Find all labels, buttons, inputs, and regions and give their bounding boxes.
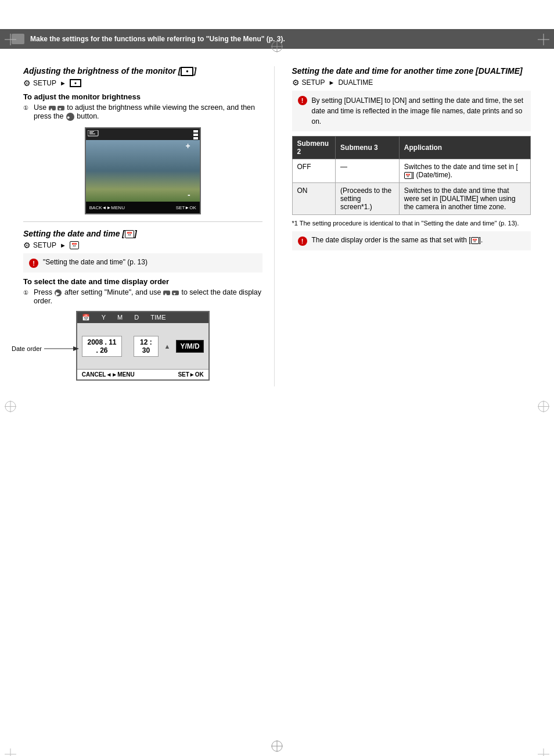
dualtime-info-text: By setting [DUALTIME] to [ON] and settin… xyxy=(312,95,526,127)
datetime-section: Setting the date and time [📅] ⚙ SETUP ► … xyxy=(23,229,262,381)
corner-reg-bl xyxy=(5,748,16,756)
row2-col3: Switches to the date and time that were … xyxy=(399,183,530,215)
row1-col3: Switches to the date and time set in [📅]… xyxy=(399,159,530,183)
svg-text:▲: ▲ xyxy=(164,292,168,296)
brightness-setup-arrow: ► xyxy=(60,80,66,87)
camera-screen-bottom-bar: BACK◄►MENU SET►OK xyxy=(86,202,200,213)
main-content: Adjusting the brightness of the monitor … xyxy=(0,49,554,398)
camera-screen-container: BACK◄►MENU SET►OK + - xyxy=(23,127,262,214)
left-column: Adjusting the brightness of the monitor … xyxy=(23,66,275,386)
calendar-icon-small: 📅 xyxy=(70,241,79,249)
step1-number: ① xyxy=(23,103,31,121)
dualtime-info-icon: ! xyxy=(298,96,307,105)
svg-text:●: ● xyxy=(67,114,70,120)
row2-col2: (Proceeds to the setting screen*1.) xyxy=(336,183,400,215)
step2-text: Press ▶ after setting "Minute", and use … xyxy=(34,288,262,305)
table-row: ON (Proceeds to the setting screen*1.) S… xyxy=(292,183,531,215)
dt-d-label: D xyxy=(134,314,139,321)
setup-gear-icon: ⚙ xyxy=(23,78,31,88)
dt-arrow-up: ▲ xyxy=(164,343,171,350)
row1-col2: — xyxy=(336,159,400,183)
brightness-section: Adjusting the brightness of the monitor … xyxy=(23,66,262,214)
dualtime-footnote1: *1 The setting procedure is identical to… xyxy=(292,220,531,227)
datetime-setup-arrow: ► xyxy=(60,242,66,249)
svg-marker-34 xyxy=(73,346,79,351)
press-word: Press xyxy=(34,288,52,296)
dt-values-row: 2008 . 11 . 26 12 : 30 ▲ Y/M/D xyxy=(77,323,208,369)
section-divider xyxy=(23,221,262,222)
plus-indicator: + xyxy=(186,141,190,151)
svg-rect-25 xyxy=(89,132,93,133)
dualtime-arrow: ► xyxy=(329,79,335,86)
dt-date-value: 2008 . 11 . 26 xyxy=(82,336,123,357)
svg-text:▼: ▼ xyxy=(58,107,62,111)
table-row: OFF — Switches to the date and time set … xyxy=(292,159,531,183)
date-order-label: Date order xyxy=(12,345,42,352)
dualtime-setup-suffix: DUALTIME xyxy=(338,78,373,87)
brightness-setup-line: ⚙ SETUP ► ● xyxy=(23,78,262,88)
dt-set: SET►OK xyxy=(178,371,203,378)
dt-footer: CANCEL◄►MENU SET►OK xyxy=(77,369,208,379)
dt-m-label: M xyxy=(117,314,123,321)
corner-reg-tr xyxy=(538,34,549,47)
screen-set-label: SET►OK xyxy=(176,205,196,210)
page: Make the settings for the functions whil… xyxy=(0,29,554,756)
bottom-reg-mark xyxy=(270,739,284,755)
datetime-screen-image: 📅 Y M D TIME 2008 . 11 . 26 12 : 30 ▲ xyxy=(76,311,210,381)
datetime-step: ① Press ▶ after setting "Minute", and us… xyxy=(23,288,262,305)
banner-text: Make the settings for the functions whil… xyxy=(30,35,285,43)
datetime-title: Setting the date and time [📅] xyxy=(23,229,262,238)
brightness-subsection: To adjust the monitor brightness xyxy=(23,92,262,101)
dt-cancel: CANCEL◄►MENU xyxy=(82,371,135,378)
dt-format-value: Y/M/D xyxy=(176,340,203,353)
dt-time-label: TIME xyxy=(150,314,166,321)
col-header-submenu2: Submenu 2 xyxy=(292,137,336,159)
camera-bridge-image xyxy=(86,140,200,202)
dualtime-table: Submenu 2 Submenu 3 Application OFF — Sw… xyxy=(292,136,531,215)
info-icon: ! xyxy=(29,259,38,268)
minus-indicator: - xyxy=(188,190,190,199)
date-order-annotation: Date order xyxy=(6,343,79,354)
svg-text:▼: ▼ xyxy=(172,292,177,296)
brightness-step1: ① Use ▲▼ to adjust the brightness while … xyxy=(23,103,262,121)
row1-date-icon: 📅 xyxy=(404,172,412,179)
two-column-layout: Adjusting the brightness of the monitor … xyxy=(23,66,531,386)
svg-rect-26 xyxy=(89,134,95,134)
corner-reg-br xyxy=(538,748,549,756)
corner-reg-tl xyxy=(5,34,16,47)
svg-rect-24 xyxy=(89,131,94,132)
top-reg-mark xyxy=(270,40,284,55)
svg-text:▲: ▲ xyxy=(49,107,53,111)
dualtime-setup-label: SETUP xyxy=(302,78,325,87)
dualtime-setup-line: ⚙ SETUP ► DUALTIME xyxy=(292,78,531,87)
screen-top-left xyxy=(88,130,99,138)
dualtime-section: Setting the date and time for another ti… xyxy=(292,66,531,250)
monitor-icon: ● xyxy=(70,79,81,87)
footnote2-text: The date display order is the same as th… xyxy=(312,236,483,244)
dt-header-row: 📅 Y M D TIME xyxy=(77,312,208,323)
col-header-submenu3: Submenu 3 xyxy=(336,137,400,159)
svg-text:▶: ▶ xyxy=(56,291,60,296)
left-reg-mark xyxy=(5,399,16,415)
dualtime-info-box: ! By setting [DUALTIME] to [ON] and sett… xyxy=(292,91,531,131)
dualtime-setup-gear: ⚙ xyxy=(292,78,300,87)
footnote2-date-icon: 📅 xyxy=(471,237,479,244)
datetime-info-box: ! "Setting the date and time" (p. 13) xyxy=(23,253,262,273)
dt-cal-icon: 📅 xyxy=(82,314,90,321)
step1-text: Use ▲▼ to adjust the brightness while vi… xyxy=(34,103,262,121)
datetime-setup-label: SETUP xyxy=(33,241,56,249)
dualtime-footnote2-box: ! The date display order is the same as … xyxy=(292,231,531,250)
datetime-setup-gear: ⚙ xyxy=(23,241,31,250)
screen-back-label: BACK◄►MENU xyxy=(89,205,125,210)
table-header-row: Submenu 2 Submenu 3 Application xyxy=(292,137,531,159)
brightness-setup-label: SETUP xyxy=(33,79,56,87)
row1-col3-text: Switches to the date and time set in [📅]… xyxy=(404,163,518,179)
dt-time-value: 12 : 30 xyxy=(134,336,158,357)
dt-y-label: Y xyxy=(102,314,106,321)
footnote2-info-icon: ! xyxy=(298,237,307,246)
datetime-screen-container: 📅 Y M D TIME 2008 . 11 . 26 12 : 30 ▲ xyxy=(23,311,262,381)
dualtime-title: Setting the date and time for another ti… xyxy=(292,66,531,76)
datetime-subsection: To select the date and time display orde… xyxy=(23,277,262,286)
camera-screen-image: BACK◄►MENU SET►OK + - xyxy=(85,127,201,214)
brightness-title: Adjusting the brightness of the monitor … xyxy=(23,66,262,76)
